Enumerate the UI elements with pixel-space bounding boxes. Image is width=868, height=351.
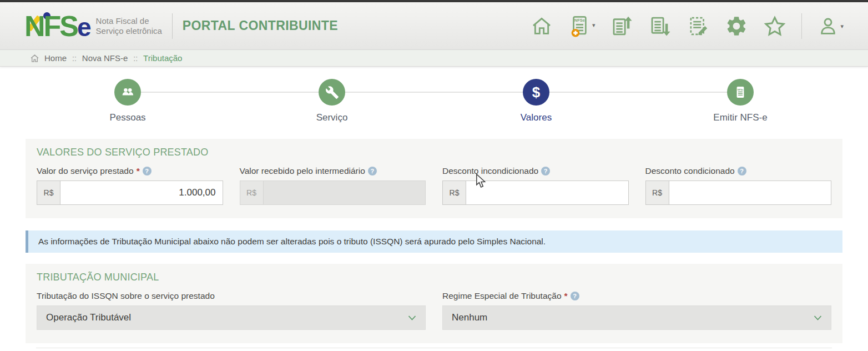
wrench-icon: [319, 79, 345, 106]
new-nfse-caret-icon: ▾: [592, 22, 596, 29]
breadcrumb-separator: ::: [72, 54, 77, 63]
field-regime-especial: Regime Especial de Tributação * ? Nenhum: [442, 291, 831, 330]
logo-e-text: e: [77, 13, 92, 42]
nav-separator: [801, 13, 802, 39]
info-alert: As informações de Tributação Municipal a…: [26, 230, 842, 253]
tributacao-panel-title: TRIBUTAÇÃO MUNICIPAL: [37, 272, 831, 283]
help-icon[interactable]: ?: [571, 292, 579, 300]
field-label: Desconto incondicionado: [442, 166, 538, 176]
field-label: Tributação do ISSQN sobre o serviço pres…: [37, 291, 215, 301]
breadcrumb-separator: ::: [133, 54, 138, 63]
selected-value: Operação Tributável: [46, 312, 131, 323]
settings-icon[interactable]: [725, 14, 748, 38]
tributacao-issqn-select[interactable]: Operação Tributável: [37, 305, 426, 330]
logo-tagline: Nota Fiscal de Serviço eletrônica: [96, 16, 162, 36]
header-nav: NFSe ▾: [531, 13, 844, 39]
tributacao-panel: TRIBUTAÇÃO MUNICIPAL Tributação do ISSQN…: [26, 264, 842, 343]
field-label: Valor recebido pelo intermediário: [240, 166, 365, 176]
header-divider: [172, 13, 173, 39]
user-menu-caret-icon: ▾: [840, 23, 844, 30]
breadcrumb-tributacao: Tributação: [143, 53, 182, 63]
help-icon[interactable]: ?: [541, 167, 550, 176]
step-label: Serviço: [316, 112, 348, 123]
step-valores[interactable]: $ Valores: [434, 79, 638, 123]
svg-text:NFSe: NFSe: [738, 88, 744, 91]
selected-value: Nenhum: [452, 312, 487, 323]
step-label: Valores: [521, 112, 552, 123]
field-valor-intermediario: Valor recebido pelo intermediário ? R$: [240, 166, 426, 205]
people-icon: [114, 79, 141, 106]
help-icon[interactable]: ?: [368, 167, 377, 176]
wizard-stepper: Pessoas Serviço $ Valores NFSe: [26, 79, 842, 128]
regime-especial-select[interactable]: Nenhum: [442, 305, 831, 330]
currency-prefix: R$: [37, 181, 60, 204]
field-label: Desconto condicionado: [645, 166, 735, 176]
required-asterisk: *: [564, 291, 568, 301]
step-pessoas[interactable]: Pessoas: [26, 79, 230, 123]
user-menu-icon[interactable]: ▾: [817, 15, 844, 37]
field-desconto-incondicionado: Desconto incondicionado ? R$: [442, 166, 629, 205]
field-label: Regime Especial de Tributação: [442, 291, 562, 301]
desconto-incondicionado-input[interactable]: [466, 181, 628, 204]
breadcrumb-nova-nfse[interactable]: Nova NFS-e: [82, 53, 128, 63]
draft-edit-icon[interactable]: [687, 14, 710, 38]
received-notes-icon[interactable]: [648, 14, 672, 38]
valores-panel-title: VALORES DO SERVIÇO PRESTADO: [37, 147, 831, 158]
currency-prefix: R$: [646, 181, 669, 204]
currency-prefix: R$: [240, 181, 264, 204]
help-icon[interactable]: ?: [143, 167, 152, 176]
bottom-divider: [36, 348, 832, 348]
sent-notes-icon[interactable]: [610, 14, 633, 38]
nfse-doc-icon: NFSe: [727, 79, 754, 106]
breadcrumb: Home :: Nova NFS-e :: Tributação: [0, 50, 868, 67]
new-nfse-doc-label: NFSe: [574, 18, 585, 23]
nfse-logo[interactable]: NFSe Nota Fiscal de Serviço eletrônica: [24, 12, 162, 41]
chevron-down-icon: [408, 315, 416, 320]
field-label: Valor do serviço prestado: [37, 166, 134, 176]
breadcrumb-home-icon: [31, 54, 39, 62]
valores-panel: VALORES DO SERVIÇO PRESTADO Valor do ser…: [26, 139, 842, 218]
valor-intermediario-input: [264, 181, 426, 204]
breadcrumb-home[interactable]: Home: [44, 53, 67, 63]
home-icon[interactable]: [531, 15, 553, 37]
step-label: Pessoas: [109, 112, 145, 123]
step-emitir-nfse[interactable]: NFSe Emitir NFS-e: [638, 79, 842, 123]
info-alert-text: As informações de Tributação Municipal a…: [38, 237, 546, 246]
step-label: Emitir NFS-e: [713, 112, 767, 123]
header: NFSe Nota Fiscal de Serviço eletrônica P…: [0, 2, 868, 50]
valor-servico-input[interactable]: [60, 181, 223, 204]
chevron-down-icon: [814, 315, 822, 320]
help-icon[interactable]: ?: [738, 167, 746, 176]
dollar-icon: $: [523, 79, 549, 106]
required-asterisk: *: [137, 166, 140, 176]
logo-nfs-text: NFS: [24, 10, 77, 42]
step-servico[interactable]: Serviço: [230, 79, 434, 123]
favorites-icon[interactable]: [763, 14, 786, 38]
field-desconto-condicionado: Desconto condicionado ? R$: [645, 166, 832, 205]
field-tributacao-issqn: Tributação do ISSQN sobre o serviço pres…: [37, 291, 426, 330]
new-nfse-icon[interactable]: NFSe ▾: [568, 14, 596, 38]
desconto-condicionado-input[interactable]: [669, 181, 831, 204]
portal-title: PORTAL CONTRIBUINTE: [183, 18, 338, 33]
nfse-logo-word: NFSe: [24, 12, 92, 41]
field-valor-servico: Valor do serviço prestado * ? R$: [37, 166, 223, 205]
currency-prefix: R$: [443, 181, 466, 204]
